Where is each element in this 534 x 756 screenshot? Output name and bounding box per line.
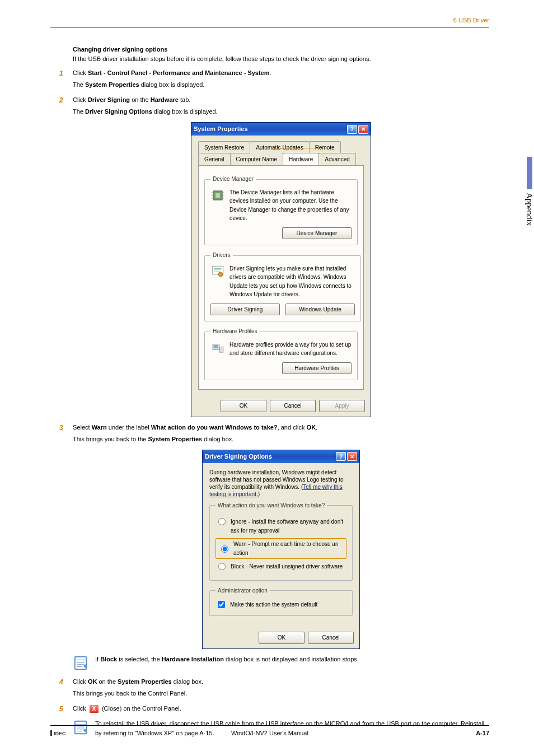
t: dialog box is displayed. <box>139 81 205 88</box>
t: , and click <box>278 424 307 431</box>
section-desc: If the USB driver installation stops bef… <box>73 55 371 62</box>
t: If <box>95 656 100 662</box>
tab-hardware[interactable]: Hardware <box>283 153 319 166</box>
t: tab. <box>179 96 190 103</box>
bold: Performance and Maintenance <box>153 69 242 76</box>
dash: - <box>147 69 153 76</box>
tab-advanced[interactable]: Advanced <box>318 153 355 166</box>
bold: System Properties <box>118 678 172 685</box>
radio-warn[interactable]: Warn - Prompt me each time to choose an … <box>218 540 344 557</box>
t: (Close) on the Control Panel. <box>100 705 181 712</box>
cancel-button[interactable]: Cancel <box>270 400 316 412</box>
radio-ignore[interactable]: Ignore - Install the software anyway and… <box>216 517 346 535</box>
dialog-buttons: OK Cancel <box>203 627 359 648</box>
radio-warn-row: Warn - Prompt me each time to choose an … <box>216 538 346 559</box>
t: dialog box is not displayed and installa… <box>224 656 359 662</box>
t: on the <box>97 678 118 685</box>
svg-text:IDEC: IDEC <box>54 731 66 736</box>
admin-option-group: Administrator option Make this action th… <box>209 586 353 617</box>
t: . <box>316 424 317 431</box>
step-2: Click Driver Signing on the Hardware tab… <box>50 95 489 417</box>
t: dialog box. <box>202 436 233 442</box>
ok-button[interactable]: OK <box>259 632 305 644</box>
side-tab-bar <box>527 157 532 189</box>
dash: - <box>102 69 107 76</box>
t: is selected, the <box>117 656 162 662</box>
drivers-desc: Driver Signing lets you make sure that i… <box>229 264 355 299</box>
hardware-profiles-group: Hardware Profiles Hardware profiles prov… <box>204 327 358 380</box>
bold: Hardware Installation <box>162 656 224 662</box>
section-heading: Changing driver signing options <box>73 46 167 53</box>
dialog-buttons: OK Cancel Apply <box>191 395 371 417</box>
t: dialog box is displayed. <box>152 108 218 115</box>
driver-signing-options-dialog: Driver Signing Options ? ✕ During hardwa… <box>202 450 360 649</box>
t: Select <box>73 424 92 431</box>
step-3: Select Warn under the label What action … <box>50 423 489 671</box>
chip-icon <box>210 188 225 203</box>
legend: Device Manager <box>210 175 256 184</box>
footer-title: WindO/I-NV2 User's Manual <box>231 730 308 736</box>
tabs-row-top: System Restore Automatic Updates Remote <box>198 141 364 153</box>
legend: Drivers <box>210 251 233 260</box>
ok-button[interactable]: OK <box>221 400 266 412</box>
tab-automatic-updates[interactable]: Automatic Updates <box>250 141 310 153</box>
label: Ignore - Install the software anyway and… <box>231 517 346 535</box>
legend: Administrator option <box>216 586 270 595</box>
note-text: If Block is selected, the Hardware Insta… <box>95 655 359 664</box>
t: The <box>73 108 85 115</box>
header-rule <box>50 27 489 27</box>
step-4-sub: This brings you back to the Control Pane… <box>73 689 489 698</box>
bold: Block <box>100 656 117 662</box>
close-icon[interactable]: ✕ <box>358 125 368 134</box>
bold: Warn <box>92 424 107 431</box>
close-icon: X <box>89 704 99 713</box>
titlebar: System Properties ? ✕ <box>191 123 371 136</box>
windows-update-button[interactable]: Windows Update <box>285 304 355 316</box>
bold: What action do you want Windows to take? <box>151 424 278 431</box>
t: under the label <box>107 424 151 431</box>
idec-logo-icon: IDEC <box>50 729 75 737</box>
radio-block[interactable]: Block - Never install unsigned driver so… <box>216 562 346 571</box>
tab-system-restore[interactable]: System Restore <box>198 141 250 153</box>
bold: System Properties <box>85 81 139 88</box>
cancel-button[interactable]: Cancel <box>308 632 354 644</box>
help-icon[interactable]: ? <box>336 452 346 461</box>
help-icon[interactable]: ? <box>347 125 357 134</box>
step-text: Click <box>73 69 88 76</box>
close-icon[interactable]: ✕ <box>347 452 357 461</box>
bold: OK <box>88 678 97 685</box>
dot: . <box>270 69 271 76</box>
tab-general[interactable]: General <box>198 153 231 166</box>
step-1: Click Start - Control Panel - Performanc… <box>50 68 489 90</box>
action-group: What action do you want Windows to take?… <box>209 501 353 581</box>
t: Click <box>73 678 88 685</box>
bold: OK <box>307 424 316 431</box>
devmgr-desc: The Device Manager lists all the hardwar… <box>229 188 352 223</box>
titlebar: Driver Signing Options ? ✕ <box>203 450 359 463</box>
hwprof-desc: Hardware profiles provide a way for you … <box>229 340 352 358</box>
dash: - <box>242 69 248 76</box>
svg-rect-14 <box>214 345 218 348</box>
driver-signing-button[interactable]: Driver Signing <box>210 304 280 316</box>
drivers-group: Drivers Driver Signing lets you make sur… <box>204 251 361 321</box>
callout-line-icon <box>271 148 326 148</box>
certificate-icon <box>210 264 225 279</box>
svg-rect-16 <box>75 657 87 670</box>
tab-computer-name[interactable]: Computer Name <box>230 153 283 166</box>
highlight-box: Warn - Prompt me each time to choose an … <box>216 538 346 559</box>
svg-point-12 <box>218 272 223 277</box>
legend: What action do you want Windows to take? <box>216 501 327 510</box>
bold: Hardware <box>151 96 179 103</box>
make-default-checkbox[interactable]: Make this action the system default <box>216 599 346 610</box>
page-footer: IDEC WindO/I-NV2 User's Manual A-17 <box>50 725 489 737</box>
svg-rect-15 <box>219 347 223 352</box>
hardware-profiles-button[interactable]: Hardware Profiles <box>282 362 352 375</box>
device-manager-button[interactable]: Device Manager <box>282 227 352 240</box>
dialog-title: System Properties <box>194 124 248 134</box>
apply-button[interactable]: Apply <box>319 400 365 412</box>
step-4: Click OK on the System Properties dialog… <box>50 677 489 698</box>
bold: Start <box>88 69 102 76</box>
header-chapter: 6 USB Driver <box>453 17 489 24</box>
page-number: A-17 <box>476 730 489 736</box>
t: Click <box>73 96 88 103</box>
